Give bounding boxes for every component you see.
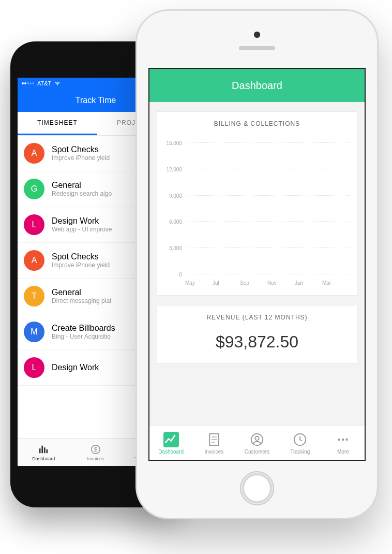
wifi-icon <box>54 80 61 87</box>
item-subtitle: Improve iPhone yield <box>52 261 110 269</box>
item-title: Spot Checks <box>52 145 110 154</box>
item-subtitle: Redesign search algo <box>52 190 112 197</box>
avatar: L <box>24 357 44 378</box>
avatar: L <box>24 214 44 235</box>
phone2-screen: Dashboard BILLING & COLLECTIONS 03,0006,… <box>148 68 366 461</box>
item-subtitle: Improve iPhone yield <box>52 154 110 162</box>
dollar-circle-icon: $ <box>90 444 101 455</box>
x-tick: Nov <box>267 280 295 286</box>
card-title: BILLING & COLLECTIONS <box>157 112 357 136</box>
x-tick: Sep <box>240 280 267 286</box>
y-tick: 12,000 <box>166 166 182 172</box>
svg-point-11 <box>338 438 341 441</box>
item-title: Spot Checks <box>52 252 110 261</box>
y-tick: 6,000 <box>169 219 182 225</box>
user-icon <box>249 432 265 447</box>
home-button[interactable] <box>240 471 274 505</box>
chart-line-icon <box>163 432 179 447</box>
x-tick: Jul <box>213 280 240 286</box>
item-title: General <box>52 181 112 190</box>
carrier-label: AT&T <box>37 80 51 86</box>
tab-more[interactable]: More <box>322 426 365 460</box>
card-title: REVENUE (LAST 12 MONTHS) <box>157 305 357 329</box>
content-area[interactable]: BILLING & COLLECTIONS 03,0006,0009,00012… <box>149 102 365 426</box>
avatar: M <box>24 322 44 342</box>
tab-label: Dashboard <box>158 449 184 455</box>
revenue-value: $93,872.50 <box>157 329 357 363</box>
item-subtitle: Bing - User Acquisitio <box>52 333 115 340</box>
billing-chart: 03,0006,0009,00012,00015,000 MayJulSepNo… <box>161 138 353 288</box>
item-subtitle: Direct messaging plat <box>52 297 111 304</box>
tab-dashboard[interactable]: Dashboard <box>149 426 192 460</box>
tab-label: Invoices <box>204 449 223 455</box>
tab-invoices[interactable]: Invoices <box>192 426 235 460</box>
item-title: Design Work <box>52 216 112 226</box>
phone2-tab-bar: Dashboard Invoices Customers Tracking Mo… <box>149 426 365 460</box>
avatar: T <box>24 286 44 307</box>
document-icon <box>206 432 222 447</box>
phone-white: Dashboard BILLING & COLLECTIONS 03,0006,… <box>135 9 379 519</box>
item-title: Create Billboards <box>52 324 115 333</box>
signal-icon <box>22 82 34 84</box>
y-tick: 9,000 <box>169 193 182 198</box>
x-tick: Mar <box>322 280 350 286</box>
item-subtitle: Web app - UI improve <box>52 226 112 233</box>
tab-dashboard[interactable]: Dashboard <box>18 439 70 466</box>
y-tick: 0 <box>179 272 182 278</box>
bars-icon <box>38 444 49 455</box>
tab-timesheet[interactable]: TIMESHEET <box>18 112 97 135</box>
avatar: G <box>24 179 44 199</box>
tab-label: Dashboard <box>32 456 55 461</box>
x-tick: May <box>185 280 213 286</box>
avatar: A <box>24 250 44 271</box>
svg-point-12 <box>342 438 344 441</box>
svg-text:$: $ <box>94 446 97 452</box>
svg-point-13 <box>346 438 349 441</box>
dashboard-header: Dashboard <box>149 69 365 102</box>
revenue-card: REVENUE (LAST 12 MONTHS) $93,872.50 <box>157 305 357 363</box>
tab-label: Customers <box>245 449 269 455</box>
item-title: General <box>52 288 111 297</box>
more-icon <box>335 432 351 447</box>
billing-card: BILLING & COLLECTIONS 03,0006,0009,00012… <box>157 111 357 296</box>
x-tick: Jan <box>295 280 322 286</box>
tab-invoices[interactable]: $ Invoices <box>70 439 122 466</box>
tab-label: Invoices <box>87 456 104 461</box>
tab-label: More <box>337 449 349 455</box>
tab-label: Tracking <box>290 449 310 455</box>
item-title: Design Work <box>52 363 99 372</box>
y-tick: 3,000 <box>169 245 182 251</box>
avatar: A <box>24 143 44 164</box>
clock-icon <box>292 432 308 447</box>
tab-customers[interactable]: Customers <box>235 426 278 460</box>
tab-tracking[interactable]: Tracking <box>279 426 322 460</box>
svg-point-9 <box>255 436 259 440</box>
y-tick: 15,000 <box>166 140 182 146</box>
